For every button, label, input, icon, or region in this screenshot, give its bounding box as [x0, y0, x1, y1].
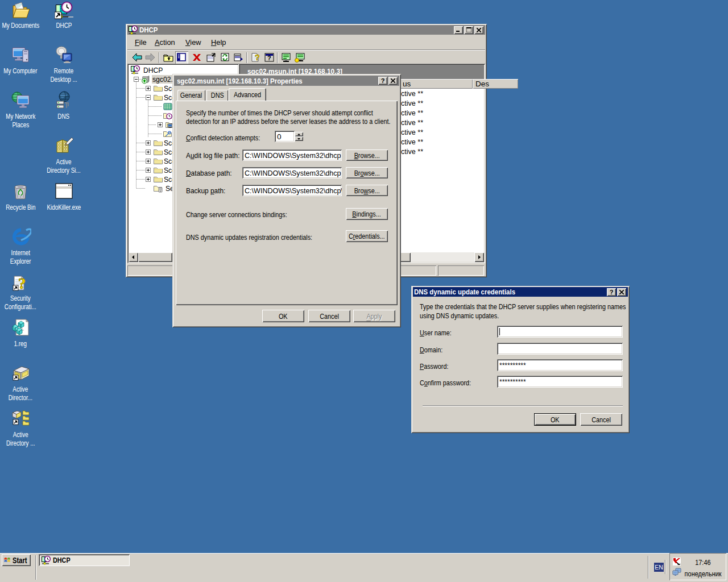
svg-text:?: ? [255, 53, 260, 62]
svg-text:?: ? [267, 55, 271, 61]
svg-text:?: ? [18, 275, 26, 292]
